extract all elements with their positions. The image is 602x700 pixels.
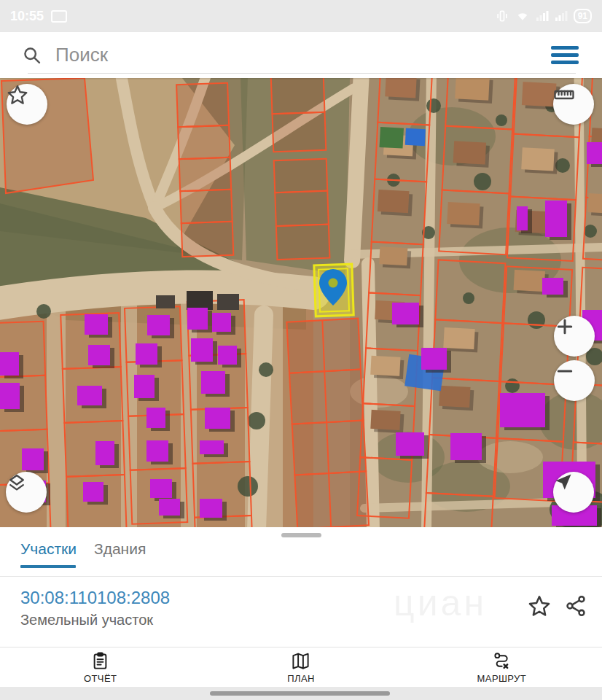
share-icon bbox=[564, 594, 587, 618]
home-indicator[interactable] bbox=[210, 691, 390, 696]
bottom-sheet: Участки Здания циан 30:08:110108:2808 Зе… bbox=[0, 527, 602, 647]
nav-report-button[interactable]: ОТЧЁТ bbox=[0, 648, 200, 688]
watermark: циан bbox=[394, 582, 487, 624]
folded-map-icon bbox=[291, 651, 310, 671]
search-icon bbox=[22, 45, 42, 66]
map-canvas[interactable] bbox=[0, 78, 602, 527]
favorites-button[interactable] bbox=[7, 84, 47, 125]
minus-icon bbox=[554, 360, 576, 382]
clock: 10:55 bbox=[10, 9, 44, 24]
layers-icon bbox=[6, 472, 28, 494]
share-button[interactable] bbox=[564, 594, 587, 620]
zoom-out-button[interactable] bbox=[554, 360, 595, 401]
status-bar: 10:55 91 bbox=[0, 0, 602, 32]
nav-route-button[interactable]: МАРШРУТ bbox=[402, 648, 602, 688]
nav-report-label: ОТЧЁТ bbox=[84, 673, 117, 684]
signal-icon-sim2 bbox=[555, 9, 568, 23]
nav-plan-button[interactable]: ПЛАН bbox=[200, 648, 401, 688]
search-bar bbox=[0, 32, 602, 78]
star-outline-icon bbox=[528, 594, 551, 618]
menu-button[interactable] bbox=[547, 42, 583, 69]
map-container[interactable] bbox=[0, 78, 602, 527]
zoom-in-button[interactable] bbox=[554, 316, 595, 357]
layers-button[interactable] bbox=[6, 472, 47, 513]
message-icon bbox=[51, 10, 67, 23]
plus-icon bbox=[554, 316, 576, 338]
tab-buildings[interactable]: Здания bbox=[94, 540, 146, 558]
navigate-arrow-icon bbox=[553, 472, 574, 492]
signal-icon-sim1 bbox=[536, 9, 549, 23]
home-strip bbox=[0, 687, 602, 700]
parcel-id-link[interactable]: 30:08:110108:2808 bbox=[20, 588, 170, 608]
my-location-button[interactable] bbox=[553, 472, 594, 513]
battery-indicator: 91 bbox=[574, 9, 592, 23]
report-clipboard-icon bbox=[90, 651, 110, 671]
tab-parcels[interactable]: Участки bbox=[20, 540, 77, 558]
vibrate-icon bbox=[495, 9, 509, 23]
wifi-icon bbox=[515, 9, 530, 23]
parcel-type-label: Земельный участок bbox=[20, 612, 153, 629]
search-underline bbox=[28, 73, 576, 74]
ruler-icon bbox=[553, 84, 575, 106]
ruler-button[interactable] bbox=[553, 84, 594, 125]
nav-route-label: МАРШРУТ bbox=[477, 673, 526, 684]
star-icon bbox=[7, 84, 28, 106]
drag-handle[interactable] bbox=[281, 533, 321, 537]
favorite-parcel-button[interactable] bbox=[528, 594, 551, 620]
search-input[interactable] bbox=[54, 43, 547, 67]
active-tab-underline bbox=[20, 565, 76, 568]
divider bbox=[0, 576, 602, 577]
nav-plan-label: ПЛАН bbox=[287, 673, 315, 684]
bottom-nav: ОТЧЁТ ПЛАН МАРШРУТ bbox=[0, 647, 602, 688]
route-icon bbox=[492, 651, 512, 671]
